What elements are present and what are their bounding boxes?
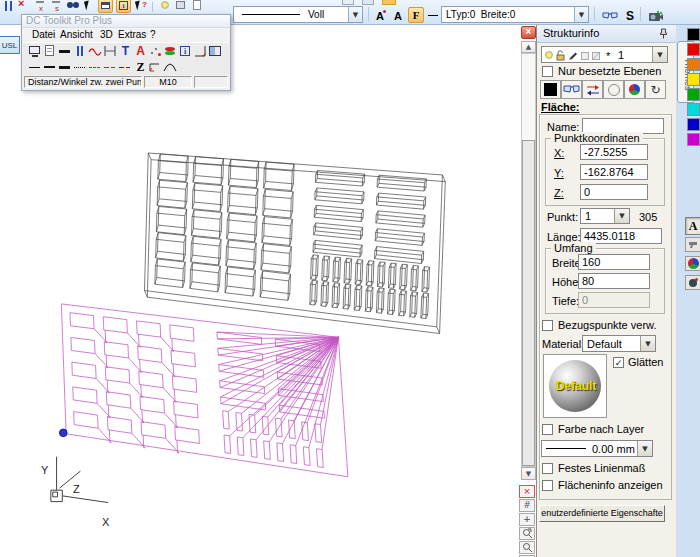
toolbar-icon-fragment[interactable] [342, 0, 354, 5]
color-ball-button[interactable] [624, 80, 645, 99]
linetype-combo[interactable]: LTyp:0 Breite:0 ▼ [441, 6, 589, 23]
line-dashdot-blue-icon[interactable] [118, 60, 133, 75]
glaetten-checkbox[interactable]: ✓ [613, 357, 624, 368]
camera-icon[interactable] [646, 8, 666, 23]
info-icon[interactable]: i [178, 44, 193, 59]
chevron-down-icon[interactable]: ▼ [348, 7, 362, 22]
chevron-down-icon[interactable]: ▼ [640, 336, 655, 351]
window-view-icon[interactable] [98, 0, 113, 13]
disc-stack-icon[interactable] [163, 44, 178, 59]
palette-color-0[interactable] [687, 28, 700, 41]
dc-toolkit-window[interactable]: DC Toolkit Pro Plus Datei Ansicht 3D Ext… [21, 14, 231, 91]
text-tool-button[interactable]: A [685, 217, 700, 235]
line-style-combo[interactable]: Voll ▼ [233, 6, 363, 23]
palette-color-5[interactable] [687, 103, 700, 116]
split-window-icon[interactable] [208, 44, 223, 59]
tool-icon[interactable] [685, 237, 700, 252]
y-coordinate-field[interactable] [580, 164, 648, 180]
zoom-button[interactable] [519, 541, 535, 554]
glasses-icon[interactable] [600, 8, 620, 23]
scroll-down-button[interactable]: ▼ [521, 467, 536, 480]
corner-icon[interactable] [148, 60, 163, 75]
delete-cross-icon[interactable]: × [18, 0, 32, 13]
angle-icon[interactable] [193, 44, 208, 59]
chevron-down-icon[interactable]: ▼ [614, 209, 629, 223]
panel-header[interactable]: Strukturinfo [537, 25, 676, 43]
s-button[interactable]: S [623, 8, 637, 23]
toolbar-icon-fragment[interactable] [362, 0, 374, 5]
bulb-icon[interactable] [158, 0, 172, 13]
palette-ball-icon[interactable] [685, 256, 700, 271]
breite-field[interactable] [578, 254, 650, 270]
scroll-up-button[interactable]: ▲ [521, 41, 536, 53]
trim-tool-icon[interactable]: x [34, 0, 48, 13]
font-button[interactable]: F [408, 7, 424, 23]
window-title[interactable]: DC Toolkit Pro Plus [22, 15, 230, 28]
layer-selector-combo[interactable]: * 1 ▼ [541, 46, 668, 63]
punkt-combo[interactable]: 1 ▼ [580, 208, 630, 224]
zoom-window-button[interactable] [519, 527, 535, 540]
palette-color-2[interactable] [687, 58, 700, 71]
info-view-icon[interactable]: i [116, 0, 131, 13]
z-coordinate-field[interactable] [580, 184, 648, 200]
snap-tool-icon[interactable]: s [50, 0, 64, 13]
select-cursor-icon[interactable] [82, 0, 96, 13]
z-order-icon[interactable]: Z [133, 60, 148, 75]
thick-line-icon[interactable] [58, 44, 73, 59]
palette-color-4[interactable] [687, 88, 700, 101]
page-icon[interactable] [43, 44, 58, 59]
menu-3d[interactable]: 3D [100, 28, 113, 41]
line-medium-icon[interactable] [43, 60, 58, 75]
points-icon[interactable] [148, 44, 163, 59]
custom-properties-button[interactable]: enutzerdefinierte Eigenschafte [539, 505, 665, 522]
swap-arrows-button[interactable] [582, 80, 603, 99]
line-dotted-icon[interactable] [73, 60, 88, 75]
vertical-scrollbar-thumb[interactable] [522, 140, 535, 466]
delete-view-button[interactable]: × [519, 485, 535, 498]
farbe-nach-layer-checkbox[interactable] [542, 424, 553, 435]
text-a-icon[interactable]: A [133, 44, 148, 59]
line-dashdot-red-icon[interactable] [103, 60, 118, 75]
line-dashed-red-icon[interactable] [88, 60, 103, 75]
hoehe-field[interactable] [578, 273, 650, 289]
x-coordinate-field[interactable] [580, 144, 648, 160]
menu-ansicht[interactable]: Ansicht [60, 28, 93, 41]
menu-help[interactable]: ? [150, 28, 156, 41]
chevron-down-icon[interactable]: ▼ [652, 47, 667, 62]
view-glasses-button[interactable] [561, 80, 582, 99]
box-3d-icon[interactable] [174, 0, 188, 13]
menu-datei[interactable]: Datei [32, 28, 55, 41]
grid-toggle-button[interactable]: # [519, 499, 535, 512]
document-close-button[interactable]: × [521, 26, 536, 39]
help-cursor-icon[interactable]: ? [134, 0, 148, 13]
text-style-button[interactable]: A [390, 8, 406, 23]
pin-icon[interactable] [659, 28, 668, 40]
left-edge-tab[interactable]: USL [0, 36, 20, 54]
palette-color-6[interactable] [687, 118, 700, 131]
line-thin-icon[interactable] [28, 60, 43, 75]
binoculars-icon[interactable] [66, 0, 80, 13]
material-combo[interactable]: Default ▼ [582, 335, 656, 352]
chevron-down-icon[interactable]: ▼ [637, 441, 652, 456]
line-width-combo[interactable]: 0.00 mm ▼ [541, 440, 653, 457]
material-preview[interactable]: Default [543, 354, 607, 418]
palette-color-7[interactable] [687, 133, 700, 146]
parallel-lines-icon[interactable] [2, 0, 16, 13]
monitor-icon[interactable] [28, 44, 43, 59]
palette-color-3[interactable] [687, 73, 700, 86]
palette-color-1[interactable] [687, 43, 700, 56]
circle-button[interactable] [603, 80, 624, 99]
toolbar-icon-fragment[interactable] [382, 0, 396, 5]
wave-icon[interactable] [88, 44, 103, 59]
flaecheninfo-checkbox[interactable] [542, 480, 553, 491]
nur-besetzte-checkbox[interactable] [542, 66, 553, 77]
arc-icon[interactable] [163, 60, 178, 75]
drawing-canvas[interactable]: Y Z X USL [0, 25, 521, 557]
parallel-lines-icon[interactable] [73, 44, 88, 59]
text-height-button[interactable]: A [372, 8, 388, 23]
line-thick-icon[interactable] [58, 60, 73, 75]
festes-linienmass-checkbox[interactable] [542, 463, 553, 474]
text-t-icon[interactable]: T [118, 44, 133, 59]
sheet-icon[interactable] [190, 0, 204, 13]
pipette-icon[interactable] [685, 275, 700, 290]
